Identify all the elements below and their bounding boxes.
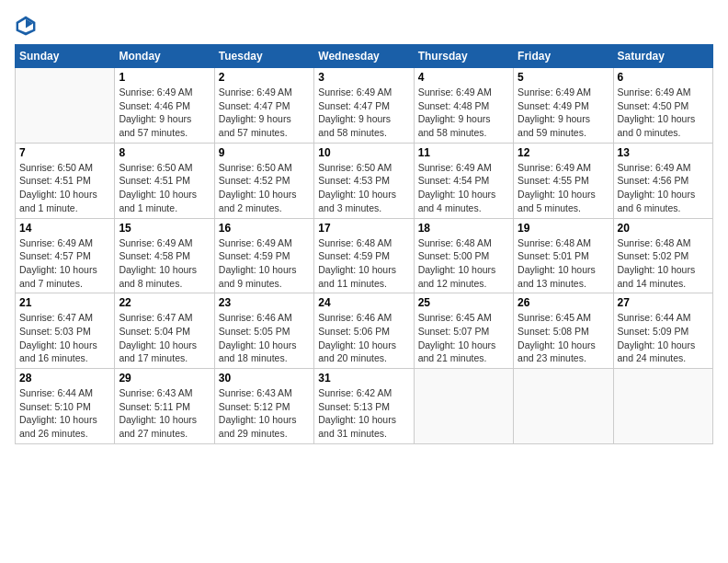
day-info: Sunrise: 6:49 AM Sunset: 4:55 PM Dayligh… bbox=[518, 161, 609, 215]
day-info: Sunrise: 6:46 AM Sunset: 5:05 PM Dayligh… bbox=[219, 311, 310, 365]
calendar-cell: 7Sunrise: 6:50 AM Sunset: 4:51 PM Daylig… bbox=[16, 143, 115, 218]
calendar-cell: 22Sunrise: 6:47 AM Sunset: 5:04 PM Dayli… bbox=[115, 293, 214, 369]
day-number: 21 bbox=[19, 296, 110, 309]
calendar-cell: 5Sunrise: 6:49 AM Sunset: 4:49 PM Daylig… bbox=[514, 68, 613, 144]
day-info: Sunrise: 6:49 AM Sunset: 4:54 PM Dayligh… bbox=[418, 161, 509, 215]
calendar-cell: 6Sunrise: 6:49 AM Sunset: 4:50 PM Daylig… bbox=[613, 68, 712, 144]
day-number: 14 bbox=[19, 222, 110, 235]
calendar-cell: 31Sunrise: 6:42 AM Sunset: 5:13 PM Dayli… bbox=[314, 369, 414, 444]
calendar-cell: 30Sunrise: 6:43 AM Sunset: 5:12 PM Dayli… bbox=[214, 369, 313, 444]
day-number: 23 bbox=[219, 296, 310, 309]
day-info: Sunrise: 6:42 AM Sunset: 5:13 PM Dayligh… bbox=[318, 386, 409, 441]
day-number: 31 bbox=[318, 372, 409, 385]
calendar-cell bbox=[514, 369, 613, 444]
day-info: Sunrise: 6:48 AM Sunset: 4:59 PM Dayligh… bbox=[318, 236, 409, 291]
day-info: Sunrise: 6:49 AM Sunset: 4:47 PM Dayligh… bbox=[219, 86, 310, 140]
calendar-week-2: 7Sunrise: 6:50 AM Sunset: 4:51 PM Daylig… bbox=[16, 143, 713, 218]
day-info: Sunrise: 6:47 AM Sunset: 5:04 PM Dayligh… bbox=[119, 311, 210, 365]
day-header-saturday: Saturday bbox=[613, 45, 712, 68]
day-header-monday: Monday bbox=[115, 45, 214, 68]
day-header-tuesday: Tuesday bbox=[214, 45, 313, 68]
calendar-header-row: SundayMondayTuesdayWednesdayThursdayFrid… bbox=[16, 45, 713, 68]
calendar-cell bbox=[414, 369, 513, 444]
calendar-cell: 3Sunrise: 6:49 AM Sunset: 4:47 PM Daylig… bbox=[314, 68, 414, 144]
day-number: 3 bbox=[318, 71, 409, 84]
day-info: Sunrise: 6:49 AM Sunset: 4:47 PM Dayligh… bbox=[318, 86, 409, 140]
day-number: 27 bbox=[618, 296, 709, 309]
day-number: 4 bbox=[418, 71, 509, 84]
calendar-cell: 9Sunrise: 6:50 AM Sunset: 4:52 PM Daylig… bbox=[214, 143, 313, 218]
calendar-cell: 16Sunrise: 6:49 AM Sunset: 4:59 PM Dayli… bbox=[214, 218, 313, 293]
day-number: 25 bbox=[418, 296, 509, 309]
day-number: 12 bbox=[518, 146, 609, 159]
calendar-cell: 11Sunrise: 6:49 AM Sunset: 4:54 PM Dayli… bbox=[414, 143, 513, 218]
day-info: Sunrise: 6:46 AM Sunset: 5:06 PM Dayligh… bbox=[318, 311, 409, 365]
calendar-cell: 27Sunrise: 6:44 AM Sunset: 5:09 PM Dayli… bbox=[613, 293, 712, 369]
calendar-cell: 13Sunrise: 6:49 AM Sunset: 4:56 PM Dayli… bbox=[613, 143, 712, 218]
calendar-cell: 21Sunrise: 6:47 AM Sunset: 5:03 PM Dayli… bbox=[16, 293, 115, 369]
calendar-cell: 20Sunrise: 6:48 AM Sunset: 5:02 PM Dayli… bbox=[613, 218, 712, 293]
calendar-cell: 18Sunrise: 6:48 AM Sunset: 5:00 PM Dayli… bbox=[414, 218, 513, 293]
calendar-cell: 12Sunrise: 6:49 AM Sunset: 4:55 PM Dayli… bbox=[514, 143, 613, 218]
day-info: Sunrise: 6:48 AM Sunset: 5:02 PM Dayligh… bbox=[618, 236, 709, 291]
day-info: Sunrise: 6:44 AM Sunset: 5:09 PM Dayligh… bbox=[618, 311, 709, 365]
day-number: 5 bbox=[518, 71, 609, 84]
calendar-cell: 2Sunrise: 6:49 AM Sunset: 4:47 PM Daylig… bbox=[214, 68, 313, 144]
day-info: Sunrise: 6:45 AM Sunset: 5:08 PM Dayligh… bbox=[518, 311, 609, 365]
day-info: Sunrise: 6:44 AM Sunset: 5:10 PM Dayligh… bbox=[19, 386, 110, 441]
calendar-cell bbox=[16, 68, 115, 144]
day-info: Sunrise: 6:50 AM Sunset: 4:53 PM Dayligh… bbox=[318, 161, 409, 215]
day-info: Sunrise: 6:49 AM Sunset: 4:56 PM Dayligh… bbox=[618, 161, 709, 215]
day-number: 16 bbox=[219, 222, 310, 235]
day-info: Sunrise: 6:50 AM Sunset: 4:51 PM Dayligh… bbox=[19, 161, 110, 215]
day-number: 30 bbox=[219, 372, 310, 385]
day-info: Sunrise: 6:49 AM Sunset: 4:59 PM Dayligh… bbox=[219, 236, 310, 291]
day-number: 10 bbox=[318, 146, 409, 159]
day-number: 9 bbox=[219, 146, 310, 159]
calendar-table: SundayMondayTuesdayWednesdayThursdayFrid… bbox=[15, 44, 713, 444]
calendar-cell: 24Sunrise: 6:46 AM Sunset: 5:06 PM Dayli… bbox=[314, 293, 414, 369]
day-number: 29 bbox=[119, 372, 210, 385]
calendar-cell: 19Sunrise: 6:48 AM Sunset: 5:01 PM Dayli… bbox=[514, 218, 613, 293]
day-number: 24 bbox=[318, 296, 409, 309]
day-info: Sunrise: 6:43 AM Sunset: 5:11 PM Dayligh… bbox=[119, 386, 210, 441]
calendar-cell: 8Sunrise: 6:50 AM Sunset: 4:51 PM Daylig… bbox=[115, 143, 214, 218]
calendar-cell: 23Sunrise: 6:46 AM Sunset: 5:05 PM Dayli… bbox=[214, 293, 313, 369]
day-number: 2 bbox=[219, 71, 310, 84]
day-info: Sunrise: 6:49 AM Sunset: 4:48 PM Dayligh… bbox=[418, 86, 509, 140]
logo-icon bbox=[15, 15, 37, 37]
day-number: 7 bbox=[19, 146, 110, 159]
calendar-week-4: 21Sunrise: 6:47 AM Sunset: 5:03 PM Dayli… bbox=[16, 293, 713, 369]
day-info: Sunrise: 6:48 AM Sunset: 5:01 PM Dayligh… bbox=[518, 236, 609, 291]
day-number: 11 bbox=[418, 146, 509, 159]
calendar-week-3: 14Sunrise: 6:49 AM Sunset: 4:57 PM Dayli… bbox=[16, 218, 713, 293]
day-header-thursday: Thursday bbox=[414, 45, 513, 68]
day-info: Sunrise: 6:50 AM Sunset: 4:51 PM Dayligh… bbox=[119, 161, 210, 215]
calendar-cell: 26Sunrise: 6:45 AM Sunset: 5:08 PM Dayli… bbox=[514, 293, 613, 369]
day-number: 1 bbox=[119, 71, 210, 84]
day-info: Sunrise: 6:49 AM Sunset: 4:49 PM Dayligh… bbox=[518, 86, 609, 140]
calendar-cell: 4Sunrise: 6:49 AM Sunset: 4:48 PM Daylig… bbox=[414, 68, 513, 144]
calendar-cell: 14Sunrise: 6:49 AM Sunset: 4:57 PM Dayli… bbox=[16, 218, 115, 293]
day-info: Sunrise: 6:48 AM Sunset: 5:00 PM Dayligh… bbox=[418, 236, 509, 291]
day-number: 26 bbox=[518, 296, 609, 309]
day-number: 22 bbox=[119, 296, 210, 309]
day-number: 28 bbox=[19, 372, 110, 385]
day-info: Sunrise: 6:49 AM Sunset: 4:50 PM Dayligh… bbox=[618, 86, 709, 140]
day-info: Sunrise: 6:49 AM Sunset: 4:57 PM Dayligh… bbox=[19, 236, 110, 291]
day-info: Sunrise: 6:47 AM Sunset: 5:03 PM Dayligh… bbox=[19, 311, 110, 365]
day-number: 13 bbox=[618, 146, 709, 159]
day-number: 20 bbox=[618, 222, 709, 235]
day-info: Sunrise: 6:49 AM Sunset: 4:46 PM Dayligh… bbox=[119, 86, 210, 140]
day-number: 18 bbox=[418, 222, 509, 235]
page-header bbox=[15, 15, 713, 37]
day-number: 15 bbox=[119, 222, 210, 235]
day-info: Sunrise: 6:50 AM Sunset: 4:52 PM Dayligh… bbox=[219, 161, 310, 215]
day-info: Sunrise: 6:43 AM Sunset: 5:12 PM Dayligh… bbox=[219, 386, 310, 441]
day-info: Sunrise: 6:49 AM Sunset: 4:58 PM Dayligh… bbox=[119, 236, 210, 291]
calendar-cell: 15Sunrise: 6:49 AM Sunset: 4:58 PM Dayli… bbox=[115, 218, 214, 293]
calendar-cell: 25Sunrise: 6:45 AM Sunset: 5:07 PM Dayli… bbox=[414, 293, 513, 369]
day-info: Sunrise: 6:45 AM Sunset: 5:07 PM Dayligh… bbox=[418, 311, 509, 365]
calendar-cell: 29Sunrise: 6:43 AM Sunset: 5:11 PM Dayli… bbox=[115, 369, 214, 444]
calendar-cell: 17Sunrise: 6:48 AM Sunset: 4:59 PM Dayli… bbox=[314, 218, 414, 293]
